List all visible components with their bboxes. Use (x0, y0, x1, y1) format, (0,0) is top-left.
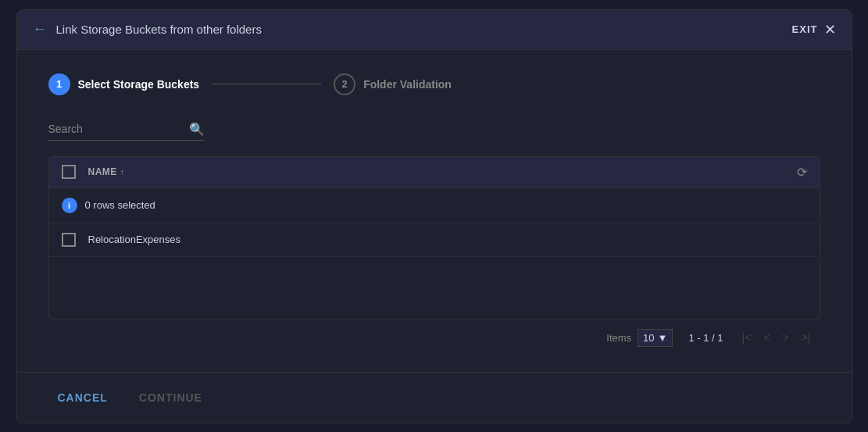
sort-arrow-icon[interactable]: ↑ (120, 168, 125, 177)
search-bar[interactable]: 🔍 (48, 119, 205, 141)
name-column-header: NAME ↑ (88, 166, 797, 177)
table-header: NAME ↑ ⟳ (49, 157, 820, 188)
step-2-circle: 2 (334, 73, 355, 95)
main-dialog: ← Link Storage Buckets from other folder… (16, 9, 852, 423)
close-button[interactable]: ✕ (824, 21, 836, 38)
dialog-header: ← Link Storage Buckets from other folder… (17, 10, 852, 50)
header-left: ← Link Storage Buckets from other folder… (33, 21, 262, 37)
step-1: 1 Select Storage Buckets (48, 73, 200, 95)
next-page-button[interactable]: > (780, 330, 792, 345)
step-2: 2 Folder Validation (334, 73, 452, 95)
search-input[interactable] (48, 123, 189, 135)
step-connector (212, 84, 321, 84)
data-table: NAME ↑ ⟳ i 0 rows selected RelocationExp… (48, 156, 820, 320)
info-icon: i (62, 198, 77, 213)
continue-button[interactable]: CONTINUE (130, 385, 212, 410)
dropdown-arrow-icon: ▼ (658, 332, 668, 344)
select-all-checkbox[interactable] (62, 165, 76, 179)
cancel-button[interactable]: CANCEL (48, 385, 117, 410)
stepper: 1 Select Storage Buckets 2 Folder Valida… (48, 73, 820, 95)
dialog-title: Link Storage Buckets from other folders (56, 23, 262, 36)
refresh-button[interactable]: ⟳ (797, 165, 807, 180)
pagination-range: 1 - 1 / 1 (688, 332, 723, 344)
row-checkbox[interactable] (62, 233, 76, 247)
step-2-label: Folder Validation (363, 78, 452, 91)
dialog-body: 1 Select Storage Buckets 2 Folder Valida… (17, 50, 852, 372)
pagination-bar: Items 10 ▼ 1 - 1 / 1 |< < > >| (48, 320, 820, 356)
rows-selected-text: 0 rows selected (85, 199, 155, 211)
prev-page-button[interactable]: < (760, 330, 773, 345)
exit-label: EXIT (792, 23, 818, 35)
step-1-label: Select Storage Buckets (78, 78, 200, 91)
row-name: RelocationExpenses (88, 234, 181, 245)
info-row: i 0 rows selected (49, 188, 820, 223)
last-page-button[interactable]: >| (798, 330, 814, 345)
step-1-circle: 1 (48, 73, 70, 95)
search-icon: 🔍 (189, 122, 205, 137)
items-per-page-dropdown[interactable]: 10 ▼ (638, 329, 673, 347)
first-page-button[interactable]: |< (739, 330, 755, 345)
back-button[interactable]: ← (33, 21, 47, 37)
dialog-footer: CANCEL CONTINUE (17, 372, 852, 423)
items-label: Items (606, 332, 631, 344)
table-row: RelocationExpenses (49, 223, 820, 257)
header-right: EXIT ✕ (792, 21, 836, 38)
